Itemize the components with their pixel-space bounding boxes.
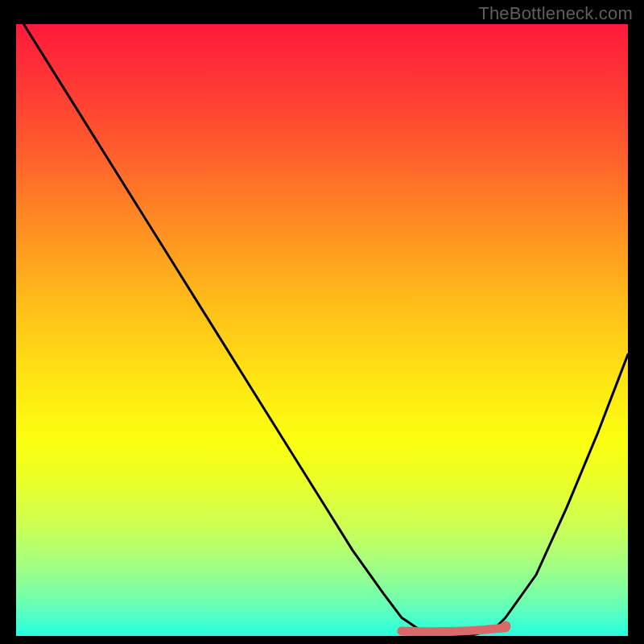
watermark-text: TheBottleneck.com: [478, 3, 633, 24]
marker-end-dot: [501, 621, 511, 631]
chart-overlay-svg: [16, 24, 628, 636]
bottleneck-curve: [16, 24, 628, 636]
chart-stage: TheBottleneck.com: [0, 0, 644, 644]
optimal-marker: [402, 621, 511, 631]
marker-band-path: [402, 628, 506, 632]
plot-frame: [16, 24, 628, 636]
